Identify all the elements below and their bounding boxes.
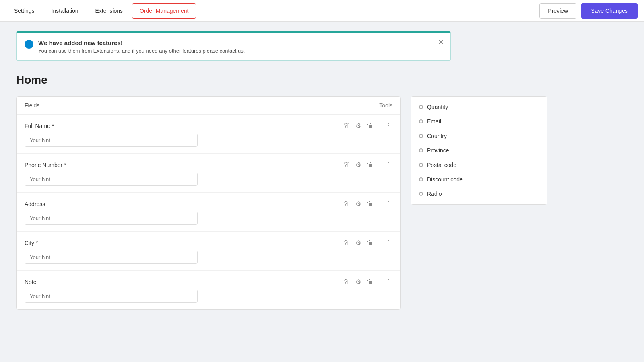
tool-label-quantity: Quantity: [427, 104, 448, 110]
delete-icon-city[interactable]: 🗑: [366, 239, 374, 247]
notification-banner: i We have added new features! You can us…: [16, 31, 451, 61]
tool-item-email[interactable]: Email: [411, 114, 547, 129]
field-label-city: City *: [25, 240, 38, 246]
field-label-row: Address ?⃝ ⚙ 🗑 ⋮⋮: [25, 199, 392, 208]
fields-panel-header: Fields Tools: [17, 97, 400, 115]
main-content: i We have added new features! You can us…: [0, 22, 564, 319]
banner-message: You can use them from Extensions, and if…: [38, 48, 245, 54]
drag-icon-phone-number[interactable]: ⋮⋮: [378, 160, 392, 169]
fields-panel: Fields Tools Full Name * ?⃝ ⚙ 🗑 ⋮⋮: [16, 96, 401, 310]
field-label-row: Phone Number * ?⃝ ⚙ 🗑 ⋮⋮: [25, 160, 392, 169]
field-row-full-name: Full Name * ?⃝ ⚙ 🗑 ⋮⋮: [17, 115, 400, 154]
drag-icon-city[interactable]: ⋮⋮: [378, 238, 392, 247]
content-layout: Fields Tools Full Name * ?⃝ ⚙ 🗑 ⋮⋮: [16, 96, 547, 310]
delete-icon-address[interactable]: 🗑: [366, 200, 374, 208]
info-icon: i: [25, 40, 33, 49]
banner-content: We have added new features! You can use …: [38, 39, 245, 54]
help-icon-note[interactable]: ?⃝: [343, 278, 351, 286]
drag-icon-note[interactable]: ⋮⋮: [378, 277, 392, 286]
tool-label-postal-code: Postal code: [427, 162, 456, 168]
tool-dot-country: [419, 134, 423, 138]
banner-close-button[interactable]: ✕: [438, 39, 444, 46]
field-row-phone-number: Phone Number * ?⃝ ⚙ 🗑 ⋮⋮: [17, 154, 400, 193]
tool-item-radio[interactable]: Radio: [411, 187, 547, 201]
tool-dot-postal-code: [419, 163, 423, 167]
tab-settings[interactable]: Settings: [6, 3, 42, 19]
help-icon-address[interactable]: ?⃝: [343, 200, 351, 208]
tab-installation[interactable]: Installation: [44, 3, 86, 19]
tool-item-country[interactable]: Country: [411, 129, 547, 143]
tool-dot-quantity: [419, 105, 423, 109]
tools-panel: Quantity Email Country Province Postal c…: [411, 96, 547, 205]
drag-icon-address[interactable]: ⋮⋮: [378, 199, 392, 208]
field-tools-note: ?⃝ ⚙ 🗑 ⋮⋮: [343, 277, 392, 286]
delete-icon-phone-number[interactable]: 🗑: [366, 160, 374, 169]
header: Settings Installation Extensions Order M…: [0, 0, 644, 22]
field-label-row: Full Name * ?⃝ ⚙ 🗑 ⋮⋮: [25, 121, 392, 130]
hint-input-note[interactable]: [25, 290, 198, 303]
tool-label-radio: Radio: [427, 191, 442, 197]
field-label-note: Note: [25, 279, 37, 285]
settings-icon-address[interactable]: ⚙: [355, 199, 362, 208]
field-tools-address: ?⃝ ⚙ 🗑 ⋮⋮: [343, 199, 392, 208]
help-icon-full-name[interactable]: ?⃝: [343, 121, 351, 130]
tool-item-province[interactable]: Province: [411, 143, 547, 158]
field-label-address: Address: [25, 201, 45, 207]
help-icon-phone-number[interactable]: ?⃝: [343, 160, 351, 169]
tab-extensions[interactable]: Extensions: [88, 3, 130, 19]
field-row-address: Address ?⃝ ⚙ 🗑 ⋮⋮: [17, 193, 400, 232]
field-tools-phone-number: ?⃝ ⚙ 🗑 ⋮⋮: [343, 160, 392, 169]
page-title: Home: [16, 74, 547, 86]
tool-label-province: Province: [427, 147, 449, 154]
tool-label-discount-code: Discount code: [427, 176, 463, 183]
tool-item-discount-code[interactable]: Discount code: [411, 172, 547, 187]
tool-dot-email: [419, 119, 423, 123]
field-label-row: City * ?⃝ ⚙ 🗑 ⋮⋮: [25, 238, 392, 247]
field-row-note: Note ?⃝ ⚙ 🗑 ⋮⋮: [17, 271, 400, 309]
tool-dot-discount-code: [419, 177, 423, 181]
delete-icon-note[interactable]: 🗑: [366, 278, 374, 286]
tab-order-management[interactable]: Order Management: [132, 3, 196, 19]
tool-label-country: Country: [427, 133, 447, 139]
tool-dot-province: [419, 148, 423, 152]
drag-icon-full-name[interactable]: ⋮⋮: [378, 121, 392, 130]
hint-input-address[interactable]: [25, 212, 198, 225]
banner-title: We have added new features!: [38, 39, 245, 46]
settings-icon-phone-number[interactable]: ⚙: [355, 160, 362, 169]
tool-item-postal-code[interactable]: Postal code: [411, 158, 547, 172]
save-button[interactable]: Save Changes: [581, 3, 638, 19]
settings-icon-note[interactable]: ⚙: [355, 277, 362, 286]
hint-input-phone-number[interactable]: [25, 173, 198, 186]
preview-button[interactable]: Preview: [539, 3, 576, 19]
field-tools-city: ?⃝ ⚙ 🗑 ⋮⋮: [343, 238, 392, 247]
delete-icon-full-name[interactable]: 🗑: [366, 121, 374, 130]
fields-label: Fields: [25, 102, 39, 109]
settings-icon-city[interactable]: ⚙: [355, 238, 362, 247]
hint-input-full-name[interactable]: [25, 134, 198, 147]
tool-item-quantity[interactable]: Quantity: [411, 100, 547, 114]
help-icon-city[interactable]: ?⃝: [343, 239, 351, 247]
tools-label: Tools: [379, 102, 392, 109]
field-label-phone-number: Phone Number *: [25, 162, 66, 168]
field-label-row: Note ?⃝ ⚙ 🗑 ⋮⋮: [25, 277, 392, 286]
field-label-full-name: Full Name *: [25, 123, 54, 129]
settings-icon-full-name[interactable]: ⚙: [355, 121, 362, 130]
hint-input-city[interactable]: [25, 251, 198, 264]
field-row-city: City * ?⃝ ⚙ 🗑 ⋮⋮: [17, 232, 400, 271]
field-tools-full-name: ?⃝ ⚙ 🗑 ⋮⋮: [343, 121, 392, 130]
tool-dot-radio: [419, 192, 423, 196]
tool-label-email: Email: [427, 118, 441, 125]
